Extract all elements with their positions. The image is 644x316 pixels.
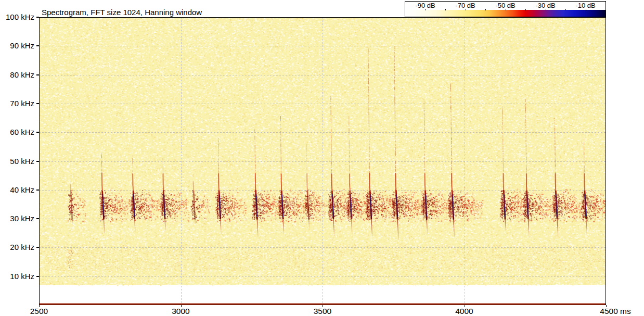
x-tick-mark: [323, 305, 323, 307]
x-tick-label: 4000: [441, 307, 488, 316]
y-tick-mark: [36, 132, 39, 133]
y-tick-mark: [36, 276, 39, 277]
y-tick-mark: [36, 17, 39, 18]
x-tick-mark: [181, 305, 182, 307]
colorbar-legend: -90 dB-70 dB-50 dB-30 dB-10 dB: [405, 1, 606, 17]
colorbar-tick-mark: [485, 9, 486, 10]
colorbar-tick-mark: [426, 9, 426, 10]
plot-area: [39, 17, 606, 305]
colorbar-tick-mark: [525, 9, 526, 10]
spectrogram-window: Spectrogram, FFT size 1024, Hanning wind…: [0, 0, 644, 316]
x-tick-mark: [606, 305, 607, 307]
y-tick-mark: [36, 103, 39, 104]
y-tick-mark: [36, 218, 39, 219]
y-tick-mark: [36, 74, 39, 75]
x-tick-label: 3500: [299, 307, 346, 316]
y-tick-mark: [36, 45, 39, 46]
x-tick-mark: [39, 305, 40, 307]
spectrogram-canvas: [39, 17, 606, 305]
y-tick-label: 100 kHz: [2, 12, 34, 22]
colorbar-tick-mark: [466, 9, 466, 10]
y-tick-mark: [36, 161, 39, 162]
y-tick-mark: [36, 189, 39, 191]
colorbar-tick-mark: [565, 9, 566, 10]
y-tick-label: 20 kHz: [2, 242, 34, 252]
y-tick-label: 80 kHz: [2, 70, 34, 80]
y-tick-label: 90 kHz: [2, 41, 34, 51]
colorbar-tick-mark: [546, 9, 546, 10]
colorbar-gradient: [405, 10, 606, 17]
x-tick-label: 3000: [158, 307, 204, 316]
colorbar-tick-mark: [506, 9, 506, 10]
y-tick-label: 70 kHz: [2, 98, 34, 109]
y-tick-label: 40 kHz: [2, 185, 34, 195]
y-tick-label: 30 kHz: [2, 213, 34, 224]
chart-title: Spectrogram, FFT size 1024, Hanning wind…: [42, 8, 202, 17]
y-tick-label: 10 kHz: [2, 271, 34, 282]
y-tick-mark: [36, 247, 39, 248]
x-tick-mark: [465, 305, 465, 307]
x-tick-label: 4500 ms: [592, 307, 639, 316]
colorbar-tick-mark: [445, 9, 446, 10]
colorbar-tick-mark: [586, 9, 586, 10]
y-tick-label: 50 kHz: [2, 156, 34, 167]
y-tick-label: 60 kHz: [2, 127, 34, 137]
x-tick-label: 2500: [16, 307, 62, 316]
